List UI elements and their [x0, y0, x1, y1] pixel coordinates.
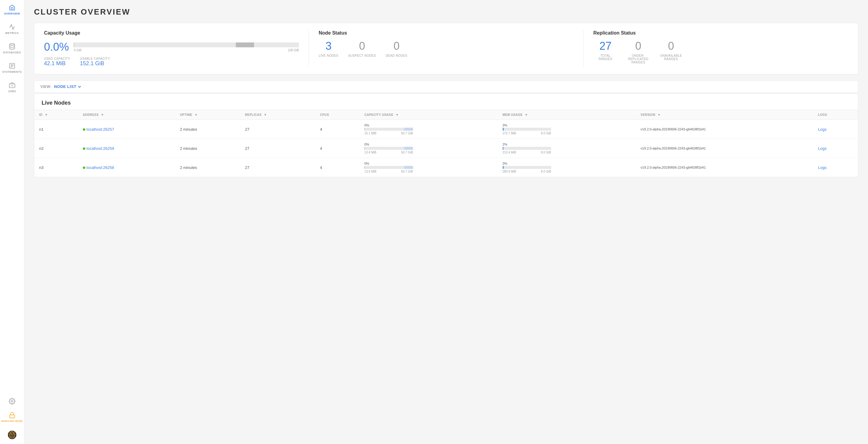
under-replicated-value: 0: [635, 41, 641, 52]
mem-nums-1: 213.4 MiB 8.0 GiB: [503, 151, 551, 154]
cap-used-2: 13.6 MiB: [365, 170, 376, 173]
databases-icon: [9, 43, 16, 50]
replication-status-section: Replication Status 27 TOTAL RANGES 0 UND…: [593, 30, 848, 67]
capacity-details: USED CAPACITY 42.1 MiB USABLE CAPACITY 1…: [44, 57, 299, 67]
capacity-pct-0: 0%: [365, 124, 493, 127]
col-logs: LOGS: [813, 110, 858, 120]
logo: [0, 426, 24, 444]
sidebar: OVERVIEW METRICS DATABASES STATEMENTS: [0, 0, 24, 444]
cap-total-2: 50.7 GiB: [401, 170, 413, 173]
node-link-1[interactable]: localhost:26259: [87, 146, 114, 151]
main-content: CLUSTER OVERVIEW Capacity Usage 0.0% 0 G…: [24, 0, 868, 444]
capacity-bar-secondary-0: [404, 128, 413, 131]
cell-mem-0: 3% 272.7 MiB 8.0 GiB: [498, 120, 636, 139]
unavailable-ranges-value: 0: [668, 41, 674, 52]
cell-id-2: n3: [34, 158, 78, 177]
page-title: CLUSTER OVERVIEW: [34, 7, 858, 17]
col-replicas[interactable]: REPLICAS ▼: [240, 110, 315, 120]
mem-bar-fill-2: [503, 166, 504, 169]
capacity-percent: 0.0%: [44, 41, 69, 54]
cell-cpus-2: 4: [315, 158, 359, 177]
cell-replicas-0: 27: [240, 120, 315, 139]
gear-icon: [9, 398, 16, 405]
chevron-down-icon: [78, 85, 81, 89]
sidebar-item-settings[interactable]: [0, 394, 24, 409]
capacity-bar-fill-0: [365, 128, 365, 131]
sidebar-label-overview: OVERVIEW: [4, 12, 20, 15]
capacity-nums-0: 15.1 MiB 50.7 GiB: [365, 132, 413, 135]
node-status-title: Node Status: [319, 30, 574, 36]
live-nodes-panel: Live Nodes ID ▼ ADDRESS ▼ UPTIME ▼ REPLI…: [34, 93, 858, 177]
node-link-2[interactable]: localhost:26258: [87, 165, 114, 170]
node-link-0[interactable]: localhost:26257: [87, 127, 114, 132]
capacity-bar-max: 100 GiB: [288, 48, 299, 52]
cell-address-2: localhost:26258: [78, 158, 175, 177]
used-capacity: USED CAPACITY 42.1 MiB: [44, 57, 70, 67]
cell-version-2: v19.2.0-alpha.20190606-2243-gb4638f1b41: [636, 158, 813, 177]
mem-used-0: 272.7 MiB: [503, 132, 516, 135]
cell-id-1: n2: [34, 139, 78, 158]
col-uptime[interactable]: UPTIME ▼: [175, 110, 240, 120]
logs-link-1[interactable]: Logs: [818, 146, 827, 151]
mem-total-0: 8.0 GiB: [541, 132, 551, 135]
dead-nodes-value: 0: [393, 41, 399, 52]
col-cpus[interactable]: CPUS: [315, 110, 359, 120]
col-address[interactable]: ADDRESS ▼: [78, 110, 175, 120]
status-dot-1: [83, 147, 85, 150]
cell-version-0: v19.2.0-alpha.20190606-2243-gb4638f1b41: [636, 120, 813, 139]
mem-total-2: 8.0 GiB: [541, 170, 551, 173]
col-capacity-usage[interactable]: CAPACITY USAGE ▼: [360, 110, 498, 120]
jobs-icon: [9, 82, 16, 89]
view-dropdown[interactable]: NODE LIST: [54, 84, 81, 89]
sidebar-item-jobs[interactable]: JOBS: [0, 78, 24, 97]
capacity-usage-title: Capacity Usage: [44, 30, 299, 36]
usable-capacity: USABLE CAPACITY 152.1 GiB: [80, 57, 110, 67]
cell-capacity-1: 0% 13.4 MiB 50.7 GiB: [360, 139, 498, 158]
capacity-bar-track-1: [365, 147, 413, 150]
mem-total-1: 8.0 GiB: [541, 151, 551, 154]
cell-address-0: localhost:26257: [78, 120, 175, 139]
table-row: n3 localhost:26258 2 minutes 27 4 0% 13.…: [34, 158, 858, 177]
statements-icon: [9, 63, 16, 69]
unavailable-ranges-stat: 0 UNAVAILABLE RANGES: [659, 41, 683, 61]
suspect-nodes-stat: 0 SUSPECT NODES: [348, 41, 376, 57]
capacity-bar-wrapper-2: 0% 13.6 MiB 50.7 GiB: [365, 162, 493, 173]
cell-mem-1: 2% 213.4 MiB 8.0 GiB: [498, 139, 636, 158]
mem-bar-fill-0: [503, 128, 504, 131]
live-nodes-title: Live Nodes: [34, 94, 858, 110]
insecure-mode-button[interactable]: INSECURE MODE: [0, 409, 24, 426]
capacity-bar-secondary-2: [404, 166, 413, 169]
live-nodes-stat: 3 LIVE NODES: [319, 41, 338, 57]
cell-replicas-2: 27: [240, 158, 315, 177]
sidebar-item-metrics[interactable]: METRICS: [0, 20, 24, 39]
node-status-section: Node Status 3 LIVE NODES 0 SUSPECT NODES…: [319, 30, 584, 67]
sidebar-label-statements: STATEMENTS: [2, 70, 22, 73]
sidebar-item-overview[interactable]: OVERVIEW: [0, 0, 24, 20]
suspect-nodes-label: SUSPECT NODES: [348, 54, 376, 57]
mem-nums-0: 272.7 MiB 8.0 GiB: [503, 132, 551, 135]
svg-rect-9: [9, 415, 14, 418]
logs-link-2[interactable]: Logs: [818, 165, 827, 170]
mem-bar-track-2: [503, 166, 551, 169]
dead-nodes-stat: 0 DEAD NODES: [386, 41, 407, 57]
col-id[interactable]: ID ▼: [34, 110, 78, 120]
sidebar-label-jobs: JOBS: [8, 90, 16, 93]
used-capacity-label: USED CAPACITY: [44, 57, 70, 60]
capacity-nums-2: 13.6 MiB 50.7 GiB: [365, 170, 413, 173]
sidebar-item-databases[interactable]: DATABASES: [0, 39, 24, 58]
sidebar-item-statements[interactable]: STATEMENTS: [0, 58, 24, 78]
mem-pct-2: 3%: [503, 162, 631, 165]
capacity-bar-min: 0 GiB: [74, 48, 81, 52]
cell-capacity-2: 0% 13.6 MiB 50.7 GiB: [360, 158, 498, 177]
logs-link-0[interactable]: Logs: [818, 127, 827, 132]
col-version[interactable]: VERSION ▼: [636, 110, 813, 120]
cell-version-1: v19.2.0-alpha.20190606-2243-gb4638f1b41: [636, 139, 813, 158]
svg-point-12: [11, 433, 12, 435]
capacity-bar-fill-1: [365, 147, 365, 150]
view-selected: NODE LIST: [54, 84, 76, 89]
mem-used-1: 213.4 MiB: [503, 151, 516, 154]
col-mem-usage[interactable]: MEM USAGE ▼: [498, 110, 636, 120]
capacity-usage-section: Capacity Usage 0.0% 0 GiB 100 GiB USED C: [44, 30, 309, 67]
capacity-nums-1: 13.4 MiB 50.7 GiB: [365, 151, 413, 154]
sidebar-label-metrics: METRICS: [5, 32, 19, 35]
